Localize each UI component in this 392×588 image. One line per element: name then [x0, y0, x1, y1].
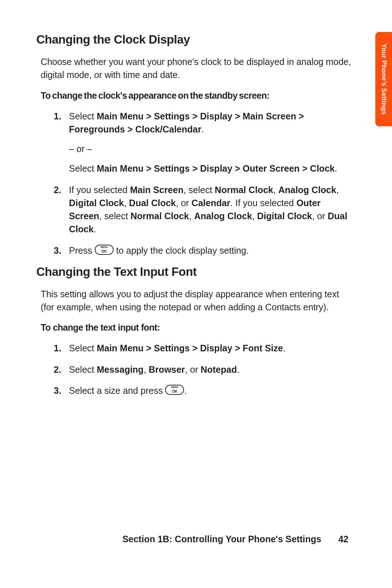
step3-pre: Press — [69, 245, 95, 256]
heading-clock-display: Changing the Clock Display — [36, 33, 352, 46]
step1b-pre: Select — [69, 163, 97, 173]
step-3: Press to apply the clock display setting… — [54, 244, 352, 257]
step-1: Select Main Menu > Settings > Display > … — [54, 110, 352, 175]
step1-post: . — [201, 124, 204, 134]
or-divider: – or – — [69, 142, 352, 155]
subhead-clock: To change the clock's appearance on the … — [41, 90, 352, 101]
step1-alt: Select Main Menu > Settings > Display > … — [69, 162, 352, 175]
step1b-post: . — [335, 163, 337, 173]
font-step-3: Select a size and press . — [54, 384, 352, 397]
intro-clock: Choose whether you want your phone's clo… — [41, 55, 352, 82]
manual-page: Your Phone's Settings Changing the Clock… — [0, 0, 392, 588]
step3-post: to apply the clock display setting. — [114, 245, 249, 256]
steps-font: Select Main Menu > Settings > Display > … — [54, 342, 352, 397]
intro-font: This setting allows you to adjust the di… — [41, 287, 352, 314]
page-number: 42 — [338, 534, 348, 544]
menu-ok-icon — [165, 385, 184, 395]
steps-clock: Select Main Menu > Settings > Display > … — [54, 110, 352, 257]
step1b-path: Main Menu > Settings > Display > Outer S… — [97, 163, 335, 173]
subhead-font: To change the text input font: — [41, 322, 352, 333]
step-2: If you selected Main Screen, select Norm… — [54, 183, 352, 236]
step1-path: Main Menu > Settings > Display > Main Sc… — [69, 111, 304, 134]
font-step-2: Select Messaging, Browser, or Notepad. — [54, 363, 352, 376]
footer-section: Section 1B: Controlling Your Phone's Set… — [122, 534, 321, 544]
font-step-1: Select Main Menu > Settings > Display > … — [54, 342, 352, 355]
side-tab-label: Your Phone's Settings — [380, 44, 388, 115]
side-tab: Your Phone's Settings — [375, 32, 392, 126]
page-footer: Section 1B: Controlling Your Phone's Set… — [0, 534, 348, 544]
menu-ok-icon — [95, 245, 114, 255]
heading-text-font: Changing the Text Input Font — [36, 265, 352, 279]
step1-pre: Select — [69, 111, 97, 121]
